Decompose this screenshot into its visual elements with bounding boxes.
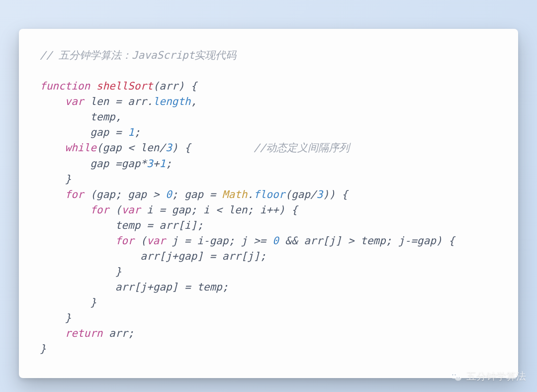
code-token: ; [247, 204, 260, 216]
code-token: } [40, 343, 46, 355]
code-token: = [115, 158, 122, 170]
code-token: for [115, 235, 134, 247]
code-token: gap [184, 189, 210, 200]
code-token: } [40, 266, 121, 278]
code-token: / [159, 142, 166, 154]
code-token [40, 142, 65, 154]
code-token: gap [291, 189, 310, 200]
code-token: gap [153, 281, 172, 293]
code-token: { [442, 235, 454, 247]
code-token: - [203, 235, 210, 247]
code-token: ) [279, 204, 285, 216]
code-token: j [166, 250, 172, 262]
code-token: len [134, 142, 160, 154]
code-token: . [147, 96, 153, 107]
code-token: ; [172, 189, 184, 200]
code-token: ; [166, 158, 172, 170]
code-token: ; [197, 219, 203, 231]
svg-point-5 [459, 377, 460, 378]
code-token: ] [197, 250, 203, 262]
code-token: ( [96, 142, 103, 154]
code-token: gap [96, 189, 115, 200]
code-token [159, 189, 166, 200]
code-token: var [121, 204, 140, 216]
code-token: 3 [166, 142, 172, 154]
code-token: / [310, 189, 317, 200]
code-token: ; [386, 235, 398, 247]
code-token: len [84, 96, 115, 107]
code-token: function [40, 80, 90, 92]
code-token: [ [178, 219, 184, 231]
svg-point-1 [455, 375, 461, 381]
code-token: ++ [266, 204, 278, 216]
code-token [342, 235, 348, 247]
code-token: -= [405, 235, 417, 247]
code-token: return [65, 327, 103, 339]
code-token: ( [109, 204, 121, 216]
code-token [216, 189, 222, 200]
code-token: >= [254, 235, 266, 247]
code-token: i [184, 219, 191, 231]
code-token: ( [153, 80, 160, 92]
code-token: 1 [128, 126, 134, 138]
code-token: && [285, 235, 297, 247]
code-token: } [40, 296, 96, 308]
code-token [90, 80, 96, 92]
svg-point-4 [456, 377, 457, 378]
code-token: j [247, 250, 254, 262]
code-token: [ [241, 250, 248, 262]
code-token [203, 250, 210, 262]
code-token [40, 96, 65, 107]
code-token [40, 204, 90, 216]
code-token: temp [191, 281, 222, 293]
code-token: gap [128, 189, 153, 200]
code-token [121, 126, 128, 138]
code-token: gap [178, 250, 197, 262]
code-token: i [260, 204, 267, 216]
code-token: = [184, 281, 191, 293]
code-token: arr [153, 219, 179, 231]
code-token: > [348, 235, 355, 247]
code-block: // 五分钟学算法：JavaScript实现代码 function shellS… [40, 48, 497, 357]
code-token: gap [209, 235, 228, 247]
code-token: [ [323, 235, 329, 247]
code-token: ; [260, 250, 267, 262]
code-token: temp [354, 235, 385, 247]
code-token: length [153, 96, 191, 107]
code-token: ; [222, 281, 229, 293]
code-token: ] [335, 235, 342, 247]
code-token: = [115, 126, 122, 138]
code-token: = [159, 204, 166, 216]
code-token: [ [134, 281, 141, 293]
code-token: )) [323, 189, 335, 200]
code-token: ; [228, 235, 241, 247]
code-token: } [40, 173, 71, 185]
code-token: ) [436, 235, 443, 247]
code-token: ( [84, 189, 96, 200]
svg-point-3 [455, 374, 456, 375]
code-token: //动态定义间隔序列 [254, 142, 350, 154]
code-token [266, 235, 272, 247]
code-token: < [216, 204, 222, 216]
code-token: = [184, 235, 191, 247]
code-token [40, 235, 115, 247]
code-token: , [190, 96, 197, 107]
code-token: arr [121, 96, 147, 107]
code-token: j [140, 281, 147, 293]
code-token: = [147, 219, 153, 231]
code-token: ( [134, 235, 147, 247]
code-token [178, 281, 184, 293]
code-token: var [65, 96, 84, 107]
code-token: = [209, 189, 216, 200]
code-token: i [140, 204, 159, 216]
code-token: 1 [159, 158, 166, 170]
code-token: shellSort [96, 80, 153, 92]
code-token: arr [216, 250, 241, 262]
wechat-icon [449, 370, 462, 383]
code-token: ( [285, 189, 291, 200]
code-token: [ [159, 250, 166, 262]
code-token: gap [40, 158, 115, 170]
code-token: { [184, 80, 197, 92]
code-token: i [203, 204, 216, 216]
code-token: gap [121, 158, 140, 170]
